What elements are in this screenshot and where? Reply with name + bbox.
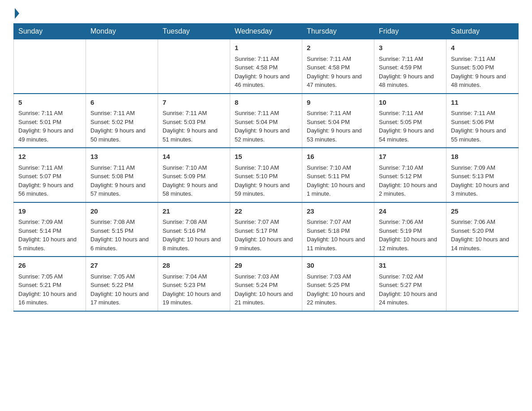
daylight-text: Daylight: 10 hours and 8 minutes. — [163, 236, 221, 252]
day-number: 20 — [90, 206, 153, 217]
daylight-text: Daylight: 10 hours and 1 minute. — [307, 182, 365, 197]
calendar-cell: 20Sunrise: 7:08 AMSunset: 5:15 PMDayligh… — [86, 202, 158, 257]
sunset-text: Sunset: 5:06 PM — [451, 119, 494, 125]
sunrise-text: Sunrise: 7:03 AM — [235, 273, 279, 280]
sunrise-text: Sunrise: 7:03 AM — [307, 273, 351, 280]
daylight-text: Daylight: 9 hours and 54 minutes. — [379, 127, 434, 143]
calendar-week-row: 5Sunrise: 7:11 AMSunset: 5:01 PMDaylight… — [14, 94, 519, 148]
day-number: 14 — [163, 152, 225, 162]
sunrise-text: Sunrise: 7:10 AM — [379, 164, 423, 171]
day-number: 6 — [90, 98, 153, 108]
day-number: 1 — [235, 43, 297, 53]
sunset-text: Sunset: 5:15 PM — [90, 227, 133, 234]
sunrise-text: Sunrise: 7:11 AM — [379, 110, 423, 116]
day-number: 25 — [451, 206, 514, 217]
sunrise-text: Sunrise: 7:09 AM — [18, 218, 63, 225]
day-number: 8 — [235, 98, 297, 108]
calendar-cell: 14Sunrise: 7:10 AMSunset: 5:09 PMDayligh… — [158, 148, 230, 202]
day-header-wednesday: Wednesday — [230, 24, 302, 39]
sunrise-text: Sunrise: 7:08 AM — [163, 218, 207, 225]
sunset-text: Sunset: 5:04 PM — [235, 119, 278, 125]
calendar-cell: 21Sunrise: 7:08 AMSunset: 5:16 PMDayligh… — [158, 202, 230, 257]
daylight-text: Daylight: 9 hours and 53 minutes. — [307, 127, 362, 143]
day-number: 12 — [18, 152, 81, 162]
calendar-table: SundayMondayTuesdayWednesdayThursdayFrid… — [13, 23, 519, 312]
calendar-cell: 24Sunrise: 7:06 AMSunset: 5:19 PMDayligh… — [374, 202, 446, 257]
sunset-text: Sunset: 5:02 PM — [90, 119, 133, 125]
daylight-text: Daylight: 10 hours and 22 minutes. — [307, 291, 365, 306]
calendar-week-row: 19Sunrise: 7:09 AMSunset: 5:14 PMDayligh… — [14, 202, 519, 257]
daylight-text: Daylight: 9 hours and 51 minutes. — [163, 127, 218, 143]
day-number: 17 — [379, 152, 442, 162]
calendar-cell: 15Sunrise: 7:10 AMSunset: 5:10 PMDayligh… — [230, 148, 302, 202]
day-number: 26 — [18, 261, 81, 271]
day-number: 13 — [90, 152, 153, 162]
day-number: 4 — [451, 43, 514, 53]
sunset-text: Sunset: 5:24 PM — [235, 282, 278, 288]
day-number: 21 — [163, 206, 225, 217]
sunset-text: Sunset: 5:20 PM — [451, 227, 494, 234]
sunrise-text: Sunrise: 7:07 AM — [235, 218, 279, 225]
day-number: 27 — [90, 261, 153, 271]
calendar-cell: 3Sunrise: 7:11 AMSunset: 4:59 PMDaylight… — [374, 39, 446, 94]
sunset-text: Sunset: 5:22 PM — [90, 282, 133, 288]
sunset-text: Sunset: 5:19 PM — [379, 227, 422, 234]
sunset-text: Sunset: 5:23 PM — [163, 282, 206, 288]
daylight-text: Daylight: 10 hours and 6 minutes. — [90, 236, 149, 252]
daylight-text: Daylight: 10 hours and 12 minutes. — [379, 236, 437, 252]
calendar-cell: 17Sunrise: 7:10 AMSunset: 5:12 PMDayligh… — [374, 148, 446, 202]
sunset-text: Sunset: 5:16 PM — [163, 227, 206, 234]
daylight-text: Daylight: 10 hours and 14 minutes. — [451, 236, 509, 252]
calendar-cell — [158, 39, 230, 94]
sunrise-text: Sunrise: 7:11 AM — [235, 56, 279, 62]
sunrise-text: Sunrise: 7:10 AM — [163, 164, 207, 171]
calendar-week-row: 26Sunrise: 7:05 AMSunset: 5:21 PMDayligh… — [14, 257, 519, 311]
sunrise-text: Sunrise: 7:08 AM — [90, 218, 135, 225]
day-number: 16 — [307, 152, 369, 162]
calendar-cell: 7Sunrise: 7:11 AMSunset: 5:03 PMDaylight… — [158, 94, 230, 148]
day-number: 24 — [379, 206, 442, 217]
daylight-text: Daylight: 9 hours and 47 minutes. — [307, 73, 362, 89]
calendar-cell — [14, 39, 86, 94]
calendar-cell: 30Sunrise: 7:03 AMSunset: 5:25 PMDayligh… — [302, 257, 374, 311]
day-number: 7 — [163, 98, 225, 108]
day-number: 11 — [451, 98, 514, 108]
calendar-week-row: 12Sunrise: 7:11 AMSunset: 5:07 PMDayligh… — [14, 148, 519, 202]
calendar-cell: 16Sunrise: 7:10 AMSunset: 5:11 PMDayligh… — [302, 148, 374, 202]
calendar-cell — [86, 39, 158, 94]
sunrise-text: Sunrise: 7:11 AM — [379, 56, 423, 62]
day-number: 18 — [451, 152, 514, 162]
calendar-cell: 13Sunrise: 7:11 AMSunset: 5:08 PMDayligh… — [86, 148, 158, 202]
day-number: 2 — [307, 43, 369, 53]
sunrise-text: Sunrise: 7:09 AM — [451, 164, 495, 171]
sunrise-text: Sunrise: 7:06 AM — [379, 218, 423, 225]
daylight-text: Daylight: 10 hours and 21 minutes. — [235, 291, 293, 306]
sunset-text: Sunset: 5:25 PM — [307, 282, 350, 288]
calendar-week-row: 1Sunrise: 7:11 AMSunset: 4:58 PMDaylight… — [14, 39, 519, 94]
day-number: 19 — [18, 206, 81, 217]
logo — [13, 9, 19, 19]
sunset-text: Sunset: 5:12 PM — [379, 173, 422, 180]
sunset-text: Sunset: 5:13 PM — [451, 173, 494, 180]
daylight-text: Daylight: 9 hours and 56 minutes. — [18, 182, 73, 197]
daylight-text: Daylight: 10 hours and 24 minutes. — [379, 291, 437, 306]
calendar-cell: 19Sunrise: 7:09 AMSunset: 5:14 PMDayligh… — [14, 202, 86, 257]
sunset-text: Sunset: 5:08 PM — [90, 173, 133, 180]
day-header-saturday: Saturday — [446, 24, 519, 39]
sunrise-text: Sunrise: 7:05 AM — [18, 273, 63, 280]
sunset-text: Sunset: 5:09 PM — [163, 173, 206, 180]
day-number: 5 — [18, 98, 81, 108]
calendar-cell: 2Sunrise: 7:11 AMSunset: 4:58 PMDaylight… — [302, 39, 374, 94]
daylight-text: Daylight: 9 hours and 48 minutes. — [451, 73, 506, 89]
day-header-sunday: Sunday — [14, 24, 86, 39]
day-number: 28 — [163, 261, 225, 271]
sunrise-text: Sunrise: 7:04 AM — [163, 273, 207, 280]
sunset-text: Sunset: 5:01 PM — [18, 119, 61, 125]
sunrise-text: Sunrise: 7:10 AM — [307, 164, 351, 171]
calendar-cell: 22Sunrise: 7:07 AMSunset: 5:17 PMDayligh… — [230, 202, 302, 257]
day-header-friday: Friday — [374, 24, 446, 39]
sunrise-text: Sunrise: 7:11 AM — [235, 110, 279, 116]
sunrise-text: Sunrise: 7:02 AM — [379, 273, 423, 280]
sunrise-text: Sunrise: 7:11 AM — [451, 110, 495, 116]
calendar-cell: 1Sunrise: 7:11 AMSunset: 4:58 PMDaylight… — [230, 39, 302, 94]
